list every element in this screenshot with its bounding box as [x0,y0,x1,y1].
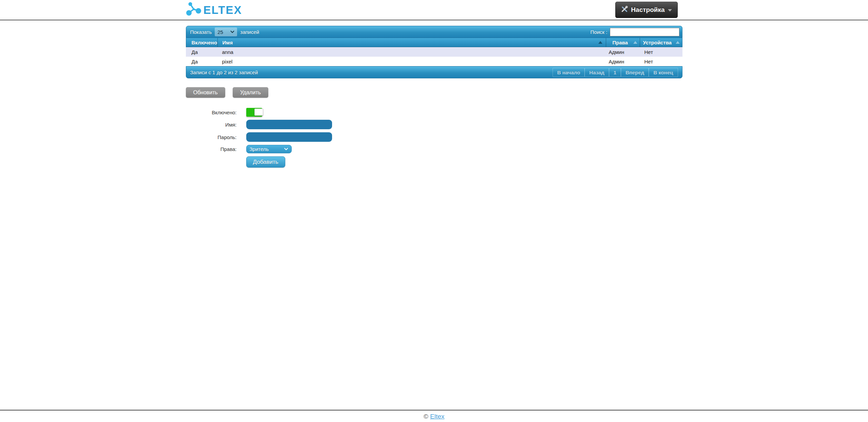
tools-icon [621,6,628,14]
cell-name: pixel [217,59,605,64]
cell-devices: Нет [639,59,682,64]
page-length-control: Показать 25 записей [190,27,259,36]
column-header-name[interactable]: Имя [217,38,606,47]
pagination-page-button[interactable]: 1 [609,68,621,77]
pagination-next-button[interactable]: Вперед [621,68,649,77]
site-footer: © Eltex [0,410,868,420]
site-header: ELTEX Настройка [0,0,868,20]
action-buttons: Обновить Удалить [186,87,682,98]
toggle-knob [254,109,263,116]
cell-enabled: Да [186,59,217,64]
refresh-button[interactable]: Обновить [186,87,225,98]
add-button[interactable]: Добавить [246,156,285,168]
show-label: Показать [190,29,212,35]
password-field[interactable] [246,132,332,142]
pagination-last-button[interactable]: В конец [649,68,678,77]
table-footer-bar: Записи с 1 до 2 из 2 записей В начало На… [186,66,682,78]
main-content: Показать 25 записей Поиск : Включено Имя… [186,26,682,168]
logo-text: ELTEX [204,4,242,16]
sort-idle-icon [676,41,680,44]
table-toolbar: Показать 25 записей Поиск : [186,26,682,38]
cell-enabled: Да [186,49,217,55]
chevron-down-icon [284,148,288,151]
enabled-toggle[interactable] [246,108,262,117]
rights-select[interactable]: Зритель [246,145,292,153]
name-field[interactable] [246,120,332,129]
cell-rights: Админ [605,59,639,64]
pagination: В начало Назад 1 Вперед В конец [553,68,678,77]
password-label: Пароль: [186,134,237,140]
eltex-footer-link[interactable]: Eltex [430,413,444,420]
page-size-select[interactable]: 25 [215,27,237,36]
search-label: Поиск : [591,29,607,35]
table-row[interactable]: Да anna Админ Нет [186,47,682,57]
sort-idle-icon [633,41,637,44]
cell-name: anna [217,49,605,55]
molecule-icon [186,2,201,18]
column-header-label: Имя [223,40,233,45]
search-input[interactable] [610,28,679,36]
name-label: Имя: [186,122,237,128]
settings-button[interactable]: Настройка [615,2,677,18]
column-header-enabled[interactable]: Включено [186,38,217,47]
search-control: Поиск : [591,28,679,36]
column-header-label: Права [613,40,628,45]
column-header-devices[interactable]: Устройства [640,38,682,47]
column-header-label: Устройства [643,40,672,45]
pagination-first-button[interactable]: В начало [553,68,585,77]
settings-button-label: Настройка [631,6,664,14]
rights-select-value: Зритель [250,146,269,152]
column-header-rights[interactable]: Права [606,38,640,47]
rights-label: Права: [186,146,237,152]
pagination-prev-button[interactable]: Назад [584,68,609,77]
caret-down-icon [668,9,672,12]
enabled-label: Включено: [186,110,237,115]
page-size-value: 25 [217,29,223,35]
sort-asc-icon [598,41,602,44]
cell-devices: Нет [639,49,682,55]
chevron-down-icon [230,31,234,33]
records-label: записей [240,29,259,35]
column-header-label: Включено [192,40,217,45]
copyright-symbol: © [424,413,428,420]
eltex-logo: ELTEX [186,2,242,18]
delete-button[interactable]: Удалить [233,87,268,98]
add-user-form: Включено: Имя: Пароль: Права: Зритель До… [186,108,682,168]
table-header-row: Включено Имя Права Устройства [186,38,682,47]
cell-rights: Админ [605,49,639,55]
records-info: Записи с 1 до 2 из 2 записей [190,70,258,75]
table-row[interactable]: Да pixel Админ Нет [186,57,682,66]
